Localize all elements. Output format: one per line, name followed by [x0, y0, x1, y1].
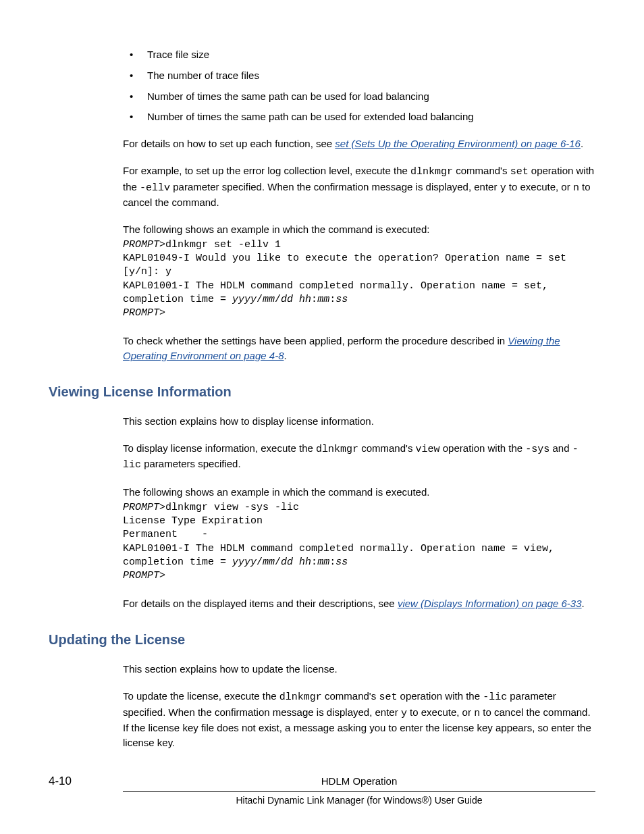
footer-section-title: HDLM Operation [123, 774, 595, 789]
code-var: dd hh [281, 294, 311, 305]
code-prompt: PROMPT [123, 239, 159, 251]
paragraph: For example, to set up the error log col… [123, 163, 595, 210]
code-var: dd hh [281, 556, 311, 568]
code-text: > [159, 570, 165, 581]
text: and [549, 442, 572, 454]
code-inline: n [474, 708, 480, 719]
code-inline: dlnkmgr [316, 444, 358, 455]
code-inline: dlnkmgr [279, 692, 322, 703]
code-text: : [329, 294, 336, 305]
text: For example, to set up the error log col… [123, 165, 410, 176]
paragraph: For details on how to set up each functi… [123, 136, 595, 151]
text: command's [322, 690, 379, 702]
code-text: KAPL01049-I Would you like to execute th… [123, 253, 572, 278]
code-var: ss [336, 556, 348, 568]
code-text: : [329, 556, 336, 568]
code-inline: set [510, 166, 529, 178]
code-var: mm [317, 556, 329, 568]
bullet-item: The number of trace files [123, 68, 595, 83]
text: parameters specified. [141, 458, 241, 469]
text: to execute, or [506, 181, 573, 192]
code-inline: -lic [483, 692, 507, 703]
code-inline: -sys [525, 444, 549, 455]
code-text: >dlnkmgr view -sys -lic [159, 502, 299, 513]
code-text: > [159, 307, 165, 319]
paragraph: This section explains how to update the … [123, 662, 595, 677]
code-var: yyyy [232, 294, 257, 305]
paragraph: The following shows an example in which … [123, 485, 595, 500]
text: To display license information, execute … [123, 442, 316, 454]
code-var: yyyy [232, 556, 257, 568]
bullet-list: Trace file size The number of trace file… [123, 47, 595, 124]
text: . [284, 350, 286, 361]
code-text: : [311, 556, 317, 568]
code-text: / [275, 556, 281, 568]
footer-book-title: Hitachi Dynamic Link Manager (for Window… [123, 793, 595, 807]
code-inline: n [573, 182, 579, 194]
code-inline: -ellv [140, 182, 170, 194]
paragraph: For details on the displayed items and t… [123, 596, 595, 611]
text: command's [453, 165, 510, 176]
text: For details on the displayed items and t… [123, 598, 398, 609]
text: operation with the [397, 690, 483, 702]
paragraph: This section explains how to display lic… [123, 414, 595, 429]
text: To update the license, execute the [123, 690, 279, 702]
bullet-item: Number of times the same path can be use… [123, 89, 595, 104]
paragraph: To update the license, execute the dlnkm… [123, 689, 595, 750]
bullet-item: Number of times the same path can be use… [123, 109, 595, 124]
code-block: PROMPT>dlnkmgr view -sys -lic License Ty… [123, 501, 595, 583]
text: parameter specified. When the confirmati… [170, 181, 500, 192]
code-var: ss [336, 294, 348, 305]
text: to execute, or [407, 706, 474, 718]
section-heading-update: Updating the License [49, 630, 595, 650]
code-block: PROMPT>dlnkmgr set -ellv 1 KAPL01049-I W… [123, 238, 595, 321]
code-text: >dlnkmgr set -ellv 1 [159, 239, 281, 251]
page-number: 4-10 [49, 773, 123, 790]
code-inline: y [401, 708, 407, 719]
code-text: / [257, 294, 263, 305]
section-heading-license: Viewing License Information [49, 382, 595, 402]
code-text: / [257, 556, 263, 568]
text: To check whether the settings have been … [123, 335, 508, 346]
text: . [581, 138, 583, 149]
text: For details on how to set up each functi… [123, 138, 335, 149]
xref-link[interactable]: view (Displays Information) on page 6-33 [398, 598, 582, 609]
code-text: Permanent - [123, 529, 208, 540]
code-text: / [275, 294, 281, 305]
xref-link[interactable]: set (Sets Up the Operating Environment) … [335, 138, 581, 149]
code-inline: view [416, 444, 440, 455]
bullet-item: Trace file size [123, 47, 595, 62]
code-inline: set [379, 692, 397, 703]
code-text: License Type Expiration [123, 515, 263, 527]
page-footer: 4-10 HDLM Operation Hitachi Dynamic Link… [49, 773, 595, 807]
code-var: mm [317, 294, 329, 305]
code-prompt: PROMPT [123, 307, 159, 319]
code-var: mm [263, 556, 275, 568]
paragraph: To check whether the settings have been … [123, 334, 595, 363]
paragraph: The following shows an example in which … [123, 222, 595, 237]
paragraph: To display license information, execute … [123, 441, 595, 473]
code-inline: dlnkmgr [410, 166, 453, 178]
code-prompt: PROMPT [123, 570, 159, 581]
code-var: mm [263, 294, 275, 305]
code-text: : [311, 294, 317, 305]
text: operation with the [440, 442, 526, 454]
footer-rule [123, 791, 595, 792]
code-inline: y [500, 182, 506, 194]
text: . [582, 598, 585, 609]
code-prompt: PROMPT [123, 502, 159, 513]
text: command's [358, 442, 416, 454]
